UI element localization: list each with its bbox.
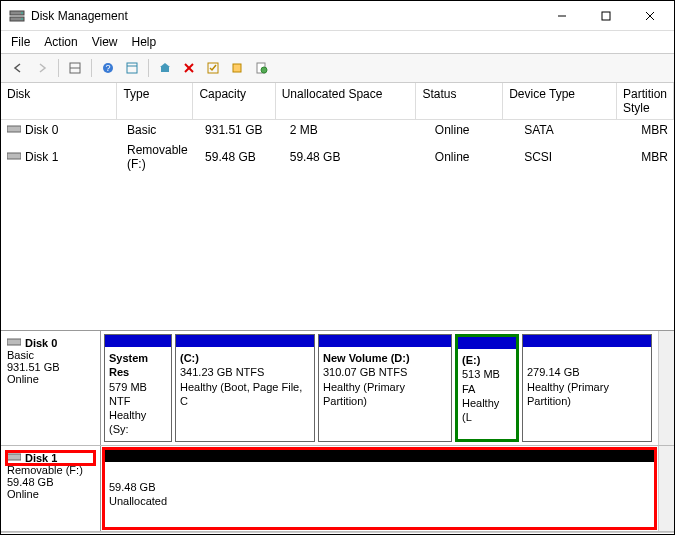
disk0-volumes: System Res579 MB NTFHealthy (Sy: (C:)341… (101, 331, 658, 445)
vol-title: (C:) (180, 352, 199, 364)
disk-icon (7, 150, 21, 164)
disk-status: Online (429, 122, 518, 138)
volume-unallocated[interactable]: 59.48 GBUnallocated (104, 449, 655, 528)
disk-list-row[interactable]: Disk 1 Removable (F:) 59.48 GB 59.48 GB … (1, 140, 674, 174)
disk0-row: Disk 0 Basic 931.51 GB Online System Res… (1, 331, 674, 446)
svg-rect-21 (7, 126, 21, 132)
volume-e[interactable]: (E:)513 MB FAHealthy (L (455, 334, 519, 442)
vol-title: New Volume (D:) (323, 352, 410, 364)
disk0-sub: 931.51 GB (7, 361, 94, 373)
menubar: File Action View Help (1, 31, 674, 54)
col-partition[interactable]: Partition Style (617, 83, 674, 119)
disk1-info[interactable]: Disk 1 Removable (F:) 59.48 GB Online (1, 446, 101, 531)
vol-status: Healthy (Primary Partition) (323, 381, 405, 407)
disk-status: Online (429, 142, 518, 172)
disk1-sub: Online (7, 488, 94, 500)
window-title: Disk Management (31, 9, 540, 23)
col-capacity[interactable]: Capacity (193, 83, 275, 119)
menu-help[interactable]: Help (132, 35, 157, 49)
separator (148, 59, 149, 77)
vol-size: 579 MB NTF (109, 381, 147, 407)
col-type[interactable]: Type (117, 83, 193, 119)
disk-name: Disk 0 (25, 123, 58, 137)
stripe-primary (319, 335, 451, 347)
back-button[interactable] (7, 57, 29, 79)
svg-rect-18 (233, 64, 241, 72)
disk-icon (7, 337, 21, 349)
disk-icon (7, 123, 21, 137)
help-button[interactable]: ? (97, 57, 119, 79)
separator (91, 59, 92, 77)
properties-button[interactable] (250, 57, 272, 79)
svg-rect-23 (7, 339, 21, 345)
stripe-primary (458, 337, 516, 349)
toolbar: ? (1, 54, 674, 83)
disk1-row: Disk 1 Removable (F:) 59.48 GB Online 59… (1, 446, 674, 532)
svg-text:?: ? (105, 63, 110, 73)
delete-button[interactable] (178, 57, 200, 79)
volume-unlabeled[interactable]: 279.14 GBHealthy (Primary Partition) (522, 334, 652, 442)
action-button[interactable] (154, 57, 176, 79)
svg-point-3 (21, 18, 23, 20)
app-icon (9, 8, 25, 24)
vol-size: 310.07 GB NTFS (323, 366, 407, 378)
check-button[interactable] (202, 57, 224, 79)
col-device[interactable]: Device Type (503, 83, 617, 119)
scrollbar[interactable] (658, 446, 674, 531)
settings-button[interactable] (121, 57, 143, 79)
titlebar: Disk Management (1, 1, 674, 31)
volume-c[interactable]: (C:)341.23 GB NTFSHealthy (Boot, Page Fi… (175, 334, 315, 442)
disk-list-header: Disk Type Capacity Unallocated Space Sta… (1, 83, 674, 120)
disk1-sub: 59.48 GB (7, 476, 94, 488)
disk0-name: Disk 0 (25, 337, 57, 349)
disk-device: SCSI (518, 142, 635, 172)
stripe-unallocated (105, 450, 654, 462)
disk-capacity: 931.51 GB (199, 122, 284, 138)
vol-status: Healthy (Primary Partition) (527, 381, 609, 407)
refresh-button[interactable] (226, 57, 248, 79)
menu-view[interactable]: View (92, 35, 118, 49)
volume-system-reserved[interactable]: System Res579 MB NTFHealthy (Sy: (104, 334, 172, 442)
disk-partition: MBR (635, 122, 674, 138)
graphical-view: Disk 0 Basic 931.51 GB Online System Res… (1, 330, 674, 532)
disk-partition: MBR (635, 142, 674, 172)
disk0-info[interactable]: Disk 0 Basic 931.51 GB Online (1, 331, 101, 445)
menu-file[interactable]: File (11, 35, 30, 49)
col-unallocated[interactable]: Unallocated Space (276, 83, 417, 119)
disk0-sub: Basic (7, 349, 94, 361)
col-status[interactable]: Status (416, 83, 503, 119)
disk-type: Basic (121, 122, 199, 138)
menu-action[interactable]: Action (44, 35, 77, 49)
disk1-sub: Removable (F:) (7, 464, 94, 476)
vol-size: 513 MB FA (462, 368, 500, 394)
vol-status: Healthy (Boot, Page File, C (180, 381, 302, 407)
vol-title: System Res (109, 352, 148, 378)
disk-type: Removable (F:) (121, 142, 199, 172)
volume-d[interactable]: New Volume (D:)310.07 GB NTFSHealthy (Pr… (318, 334, 452, 442)
svg-rect-24 (7, 454, 21, 460)
disk-list: Disk 0 Basic 931.51 GB 2 MB Online SATA … (1, 120, 674, 330)
minimize-button[interactable] (540, 2, 584, 30)
disk1-volumes: 59.48 GBUnallocated (101, 446, 658, 531)
disk-device: SATA (518, 122, 635, 138)
vol-size: 341.23 GB NTFS (180, 366, 264, 378)
disk-icon (7, 452, 21, 464)
col-disk[interactable]: Disk (1, 83, 117, 119)
svg-point-2 (21, 12, 23, 14)
disk-list-row[interactable]: Disk 0 Basic 931.51 GB 2 MB Online SATA … (1, 120, 674, 140)
stripe-primary (105, 335, 171, 347)
vol-status: Healthy (Sy: (109, 409, 146, 435)
disk-capacity: 59.48 GB (199, 142, 284, 172)
close-button[interactable] (628, 2, 672, 30)
forward-button[interactable] (31, 57, 53, 79)
svg-rect-12 (127, 63, 137, 73)
view-list-button[interactable] (64, 57, 86, 79)
maximize-button[interactable] (584, 2, 628, 30)
disk-unallocated: 2 MB (284, 122, 429, 138)
svg-rect-14 (161, 67, 169, 72)
separator (58, 59, 59, 77)
vol-status: Healthy (L (462, 397, 499, 423)
stripe-primary (176, 335, 314, 347)
vol-size: 279.14 GB (527, 366, 580, 378)
scrollbar[interactable] (658, 331, 674, 445)
